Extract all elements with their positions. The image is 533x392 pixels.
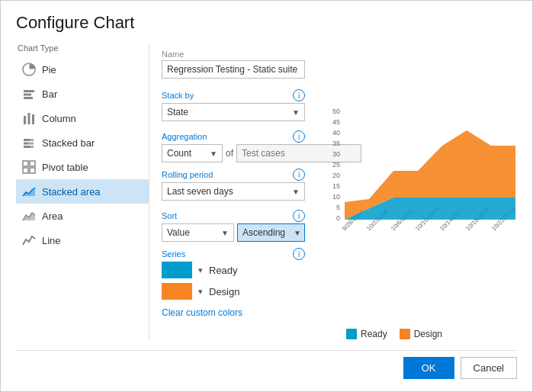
configure-chart-dialog: Configure Chart Chart Type Pie bbox=[0, 0, 533, 392]
svg-rect-10 bbox=[30, 139, 34, 141]
rolling-period-select-wrap[interactable]: Last seven days Last 30 days Last 90 day… bbox=[162, 182, 305, 201]
stack-by-label-row: Stack by i bbox=[162, 89, 305, 101]
series-label: Series bbox=[162, 249, 185, 259]
clear-custom-colors-link[interactable]: Clear custom colors bbox=[162, 307, 242, 318]
chart-type-stacked-bar[interactable]: Stacked bar bbox=[16, 130, 149, 155]
chart-type-stacked-area[interactable]: Stacked area bbox=[16, 179, 149, 204]
line-label: Line bbox=[42, 235, 61, 246]
legend-label-design: Design bbox=[414, 329, 442, 339]
name-input[interactable] bbox=[162, 60, 305, 79]
chart-type-bar[interactable]: Bar bbox=[16, 82, 149, 106]
cancel-button[interactable]: Cancel bbox=[461, 357, 517, 379]
chart-legend: Ready Design bbox=[323, 329, 522, 339]
legend-swatch-design bbox=[400, 329, 410, 339]
stacked-area-label: Stacked area bbox=[42, 186, 101, 198]
svg-rect-9 bbox=[24, 139, 30, 141]
of-text: of bbox=[226, 148, 233, 159]
series-item-design: ▾ Design bbox=[162, 283, 305, 300]
svg-text:0: 0 bbox=[336, 214, 340, 222]
stacked-bar-label: Stacked bar bbox=[42, 137, 95, 149]
svg-rect-5 bbox=[24, 97, 33, 99]
svg-rect-12 bbox=[28, 143, 34, 145]
svg-rect-4 bbox=[24, 94, 31, 96]
stack-by-select-wrap[interactable]: State ▼ bbox=[162, 103, 305, 121]
chart-panel: 50 45 40 35 30 25 20 15 10 5 0 9/28/2014… bbox=[317, 43, 522, 339]
svg-rect-8 bbox=[32, 114, 34, 124]
svg-text:10: 10 bbox=[332, 193, 340, 201]
svg-rect-15 bbox=[23, 161, 28, 166]
dialog-body: Chart Type Pie bbox=[16, 43, 517, 339]
stacked-area-icon bbox=[22, 185, 36, 198]
sort-row: Value Label ▼ Ascending Descending ▼ bbox=[162, 223, 305, 242]
svg-rect-11 bbox=[24, 143, 28, 145]
stack-by-select[interactable]: State bbox=[162, 104, 304, 120]
sort-order-select-wrap[interactable]: Ascending Descending ▼ bbox=[237, 223, 305, 242]
pie-label: Pie bbox=[42, 64, 56, 76]
chart-type-area[interactable]: Area bbox=[16, 204, 149, 228]
chart-type-column[interactable]: Column bbox=[16, 106, 149, 130]
legend-item-design: Design bbox=[400, 329, 442, 339]
legend-swatch-ready bbox=[346, 329, 357, 339]
series-info-icon[interactable]: i bbox=[293, 248, 305, 260]
dialog-title: Configure Chart bbox=[16, 13, 517, 33]
chart-type-pivot-table[interactable]: Pivot table bbox=[16, 155, 149, 179]
svg-text:25: 25 bbox=[332, 161, 340, 169]
chart-type-line[interactable]: Line bbox=[16, 228, 149, 252]
column-icon bbox=[22, 111, 36, 125]
chart-type-pie[interactable]: Pie bbox=[16, 57, 149, 82]
series-color-design[interactable] bbox=[162, 283, 192, 300]
chart-type-label: Chart Type bbox=[16, 43, 149, 53]
bar-label: Bar bbox=[42, 88, 57, 100]
stack-by-label: Stack by bbox=[162, 91, 194, 100]
svg-text:40: 40 bbox=[332, 129, 340, 137]
stack-by-info-icon[interactable]: i bbox=[293, 89, 305, 101]
sort-info-icon[interactable]: i bbox=[293, 210, 305, 222]
series-name-ready: Ready bbox=[209, 265, 238, 276]
aggregation-row: Count Sum Average ▼ of bbox=[162, 144, 305, 162]
svg-text:30: 30 bbox=[332, 150, 340, 158]
sort-select-wrap[interactable]: Value Label ▼ bbox=[162, 223, 234, 242]
svg-text:5: 5 bbox=[336, 204, 340, 211]
aggregation-info-icon[interactable]: i bbox=[293, 130, 305, 143]
series-item-ready: ▾ Ready bbox=[162, 262, 305, 278]
rolling-period-label: Rolling period bbox=[162, 170, 213, 179]
ok-button[interactable]: OK bbox=[403, 357, 454, 379]
area-icon bbox=[22, 209, 36, 223]
svg-rect-6 bbox=[24, 116, 26, 124]
series-color-ready[interactable] bbox=[162, 262, 192, 278]
series-chevron-ready[interactable]: ▾ bbox=[198, 265, 203, 275]
series-name-design: Design bbox=[209, 286, 239, 297]
legend-label-ready: Ready bbox=[361, 329, 387, 339]
sort-order-select[interactable]: Ascending Descending bbox=[238, 224, 304, 241]
sort-label-row: Sort i bbox=[162, 210, 305, 222]
name-label-row: Name bbox=[162, 50, 305, 59]
svg-text:45: 45 bbox=[332, 118, 340, 126]
svg-rect-3 bbox=[24, 90, 34, 92]
column-label: Column bbox=[42, 113, 76, 124]
svg-rect-13 bbox=[24, 146, 31, 148]
svg-rect-17 bbox=[23, 168, 28, 173]
aggregation-select-wrap[interactable]: Count Sum Average ▼ bbox=[162, 144, 223, 162]
sort-select[interactable]: Value Label bbox=[162, 224, 233, 241]
pie-icon bbox=[22, 63, 36, 76]
svg-text:15: 15 bbox=[332, 182, 340, 190]
area-label: Area bbox=[42, 210, 63, 222]
form-panel: Name Stack by i State ▼ Aggregation i bbox=[149, 43, 317, 339]
stacked-bar-icon bbox=[22, 136, 36, 149]
svg-rect-16 bbox=[30, 161, 35, 166]
svg-text:20: 20 bbox=[332, 172, 340, 179]
dialog-footer: OK Cancel bbox=[16, 350, 517, 379]
svg-text:50: 50 bbox=[332, 108, 340, 115]
series-label-row: Series i bbox=[162, 248, 305, 260]
svg-text:35: 35 bbox=[332, 140, 340, 147]
sort-label: Sort bbox=[162, 211, 177, 220]
pivot-icon bbox=[22, 160, 36, 174]
aggregation-label-row: Aggregation i bbox=[162, 130, 305, 143]
rolling-period-info-icon[interactable]: i bbox=[293, 169, 305, 181]
aggregation-select[interactable]: Count Sum Average bbox=[162, 145, 222, 162]
rolling-period-select[interactable]: Last seven days Last 30 days Last 90 day… bbox=[162, 183, 304, 200]
line-icon bbox=[22, 233, 36, 247]
aggregation-label: Aggregation bbox=[162, 132, 207, 141]
series-chevron-design[interactable]: ▾ bbox=[198, 287, 203, 297]
legend-item-ready: Ready bbox=[346, 329, 387, 339]
